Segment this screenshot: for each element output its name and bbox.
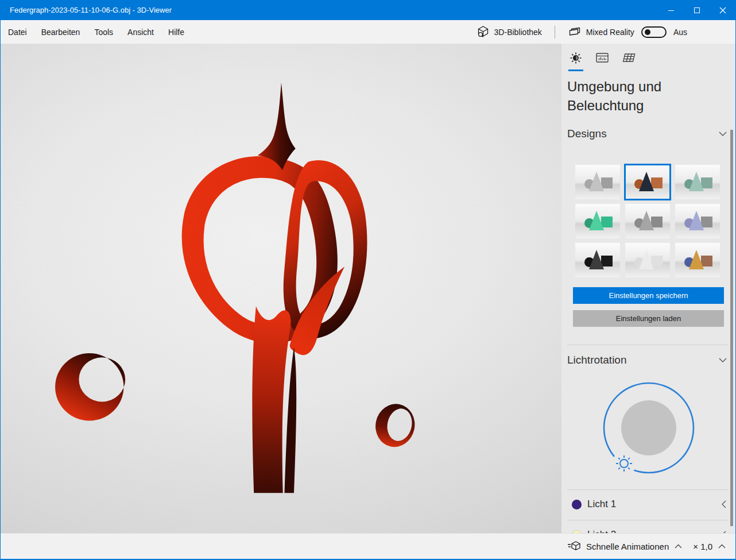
menu-datei[interactable]: Datei bbox=[8, 28, 27, 37]
tab-statistiken[interactable] bbox=[594, 49, 611, 67]
title-bar[interactable]: Federgraph-2023-05-11-10-06-G.obj - 3D-V… bbox=[1, 0, 735, 20]
settings-sidebar: Umgebung und Beleuchtung Designs Einstel… bbox=[561, 44, 736, 533]
model-viewport[interactable] bbox=[1, 44, 561, 533]
divider bbox=[567, 345, 729, 345]
model-crescent-ring bbox=[55, 353, 125, 421]
sidebar-tabs bbox=[567, 49, 637, 67]
model-small-ring bbox=[371, 400, 419, 451]
design-thumbnail[interactable] bbox=[625, 243, 670, 277]
cone-shape bbox=[639, 172, 654, 191]
light-rotation-dial[interactable] bbox=[601, 382, 697, 481]
mixed-reality-state: Aus bbox=[673, 28, 687, 37]
cone-shape bbox=[689, 250, 704, 269]
sidebar-scrollbar[interactable] bbox=[730, 130, 733, 526]
design-thumbnail[interactable] bbox=[625, 204, 670, 238]
design-thumbnail[interactable] bbox=[675, 204, 720, 238]
grid-icon bbox=[621, 51, 637, 65]
light-rotation-label: Lichtrotation bbox=[567, 354, 627, 366]
design-thumbnail[interactable] bbox=[675, 165, 720, 199]
toggle-knob bbox=[645, 29, 650, 35]
menu-ansicht[interactable]: Ansicht bbox=[127, 28, 154, 37]
tab-umgebung-beleuchtung[interactable] bbox=[567, 49, 584, 67]
load-settings-button[interactable]: Einstellungen laden bbox=[573, 310, 724, 327]
cone-shape bbox=[689, 211, 704, 230]
chevron-up-icon bbox=[674, 543, 683, 550]
stats-panel-icon bbox=[595, 51, 610, 65]
menu-bar: Datei Bearbeiten Tools Ansicht Hilfe 3D-… bbox=[1, 20, 735, 44]
animation-speed-control[interactable]: × 1,0 bbox=[693, 542, 726, 551]
light-1-color-dot bbox=[572, 500, 582, 509]
chevron-up-icon bbox=[718, 543, 726, 550]
quick-animations-label: Schnelle Animationen bbox=[586, 542, 669, 551]
minimize-button[interactable] bbox=[658, 0, 684, 20]
menu-hilfe[interactable]: Hilfe bbox=[168, 28, 184, 37]
cone-shape bbox=[689, 172, 704, 191]
cone-shape bbox=[589, 250, 604, 269]
design-thumbnail[interactable] bbox=[675, 243, 720, 277]
model-3d-object bbox=[1, 44, 561, 533]
window-title: Federgraph-2023-05-11-10-06-G.obj - 3D-V… bbox=[1, 6, 658, 14]
animation-speed-value: × 1,0 bbox=[693, 542, 712, 551]
light-2-label: Licht 2 bbox=[587, 529, 720, 533]
chevron-left-icon bbox=[720, 500, 727, 509]
dial-ring-gap bbox=[612, 451, 636, 476]
toolbar-separator bbox=[555, 26, 555, 38]
cone-shape bbox=[639, 211, 654, 230]
sidebar-heading: Umgebung und Beleuchtung bbox=[567, 77, 694, 115]
tab-selected-indicator bbox=[568, 69, 583, 71]
maximize-button[interactable] bbox=[684, 0, 710, 20]
save-settings-button[interactable]: Einstellungen speichern bbox=[573, 287, 724, 304]
design-thumbnail[interactable] bbox=[575, 243, 620, 277]
maximize-icon bbox=[694, 7, 700, 14]
designs-section-header[interactable]: Designs bbox=[567, 128, 727, 140]
bottom-bar: Schnelle Animationen × 1,0 bbox=[1, 533, 735, 559]
3d-library-label: 3D-Bibliothek bbox=[494, 28, 542, 37]
cone-shape bbox=[639, 250, 654, 269]
designs-label: Designs bbox=[567, 128, 607, 140]
minimize-icon bbox=[668, 7, 675, 14]
design-thumbnail[interactable] bbox=[625, 165, 670, 199]
3d-library-button[interactable]: 3D-Bibliothek bbox=[477, 25, 542, 38]
chevron-down-icon bbox=[718, 357, 727, 364]
tab-gitter[interactable] bbox=[620, 49, 637, 67]
mixed-reality-group: Mixed Reality bbox=[568, 26, 634, 38]
mixed-reality-icon bbox=[568, 26, 582, 38]
light-1-row[interactable]: Licht 1 bbox=[561, 492, 736, 517]
light-rotation-section-header[interactable]: Lichtrotation bbox=[567, 354, 727, 366]
divider bbox=[567, 489, 729, 490]
dial-knob[interactable] bbox=[621, 400, 676, 455]
light-2-row[interactable]: Licht 2 bbox=[561, 522, 736, 533]
close-icon bbox=[719, 7, 726, 14]
design-theme-grid bbox=[575, 165, 720, 277]
mixed-reality-label: Mixed Reality bbox=[586, 28, 634, 37]
design-thumbnail[interactable] bbox=[575, 165, 620, 199]
mixed-reality-toggle[interactable] bbox=[641, 26, 667, 38]
light-1-label: Licht 1 bbox=[587, 499, 720, 510]
model-stem bbox=[252, 306, 290, 493]
design-thumbnail[interactable] bbox=[575, 204, 620, 238]
divider bbox=[567, 520, 729, 520]
chevron-down-icon bbox=[718, 130, 727, 137]
cone-shape bbox=[589, 172, 604, 191]
menu-tools[interactable]: Tools bbox=[94, 28, 113, 37]
close-button[interactable] bbox=[710, 0, 735, 20]
sun-icon bbox=[568, 51, 583, 65]
quick-animations-control[interactable]: Schnelle Animationen bbox=[566, 540, 683, 552]
model-stem-shadow bbox=[284, 347, 296, 493]
animation-cube-icon bbox=[566, 540, 581, 552]
cone-shape bbox=[589, 211, 604, 230]
app-window: Federgraph-2023-05-11-10-06-G.obj - 3D-V… bbox=[0, 0, 736, 560]
cube-library-icon bbox=[477, 25, 490, 38]
menu-bearbeiten[interactable]: Bearbeiten bbox=[41, 28, 80, 37]
